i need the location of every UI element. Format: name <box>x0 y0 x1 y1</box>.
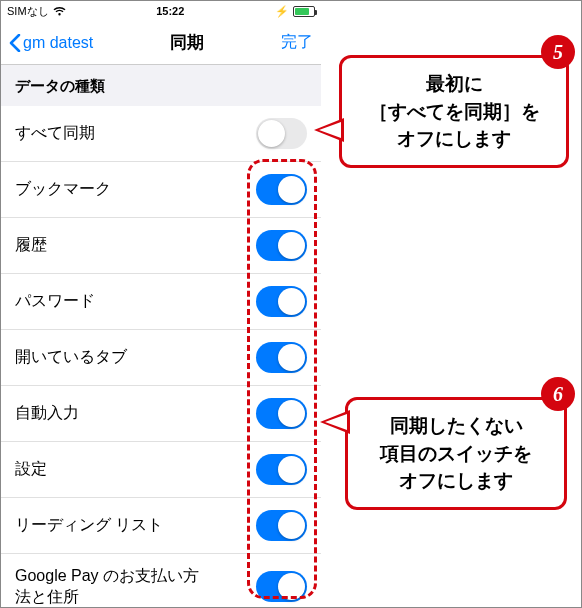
toggle-switch[interactable] <box>256 398 307 429</box>
settings-row: リーディング リスト <box>1 498 321 554</box>
row-label: 設定 <box>15 459 47 480</box>
carrier-label: SIMなし <box>7 4 49 19</box>
switch-knob <box>258 120 285 147</box>
settings-row: Google Pay のお支払い方法と住所 <box>1 554 321 608</box>
toggle-switch[interactable] <box>256 510 307 541</box>
settings-row: 履歴 <box>1 218 321 274</box>
battery-icon <box>293 6 315 17</box>
row-label: リーディング リスト <box>15 515 163 536</box>
switch-knob <box>278 573 305 600</box>
settings-row: ブックマーク <box>1 162 321 218</box>
nav-bar: gm datest 同期 完了 <box>1 21 321 65</box>
callout-5-text: 最初に［すべてを同期］をオフにします <box>369 73 540 149</box>
row-label: 履歴 <box>15 235 47 256</box>
row-label: Google Pay のお支払い方法と住所 <box>15 566 215 608</box>
settings-row: パスワード <box>1 274 321 330</box>
switch-knob <box>278 288 305 315</box>
settings-row: 設定 <box>1 442 321 498</box>
settings-list: すべて同期ブックマーク履歴パスワード開いているタブ自動入力設定リーディング リス… <box>1 106 321 608</box>
status-bar: SIMなし 15:22 ⚡ <box>1 1 321 21</box>
switch-knob <box>278 344 305 371</box>
phone-frame: SIMなし 15:22 ⚡ gm datest 同期 完了 データの種類 すべて… <box>1 1 321 607</box>
clock: 15:22 <box>156 5 184 17</box>
row-label: 開いているタブ <box>15 347 127 368</box>
done-button[interactable]: 完了 <box>281 32 313 53</box>
settings-row: 開いているタブ <box>1 330 321 386</box>
callout-6: 同期したくない項目のスイッチをオフにします <box>345 397 567 510</box>
switch-knob <box>278 232 305 259</box>
switch-knob <box>278 400 305 427</box>
switch-knob <box>278 176 305 203</box>
settings-row: すべて同期 <box>1 106 321 162</box>
toggle-switch[interactable] <box>256 454 307 485</box>
toggle-switch[interactable] <box>256 286 307 317</box>
back-label: gm datest <box>23 34 93 52</box>
toggle-switch[interactable] <box>256 230 307 261</box>
wifi-icon <box>53 6 66 16</box>
page-title: 同期 <box>170 31 204 54</box>
callout-6-badge: 6 <box>541 377 575 411</box>
callout-5-badge: 5 <box>541 35 575 69</box>
callout-6-arrow <box>320 410 350 434</box>
toggle-switch[interactable] <box>256 342 307 373</box>
switch-knob <box>278 456 305 483</box>
toggle-switch[interactable] <box>256 571 307 602</box>
callout-6-text: 同期したくない項目のスイッチをオフにします <box>380 415 532 491</box>
row-label: パスワード <box>15 291 95 312</box>
settings-row: 自動入力 <box>1 386 321 442</box>
toggle-switch[interactable] <box>256 174 307 205</box>
row-label: ブックマーク <box>15 179 111 200</box>
callout-5-arrow <box>314 118 344 142</box>
callout-5: 最初に［すべてを同期］をオフにします <box>339 55 569 168</box>
row-label: 自動入力 <box>15 403 79 424</box>
row-label: すべて同期 <box>15 123 95 144</box>
back-button[interactable]: gm datest <box>9 34 93 52</box>
chevron-left-icon <box>9 34 21 52</box>
switch-knob <box>278 512 305 539</box>
toggle-switch[interactable] <box>256 118 307 149</box>
charging-icon: ⚡ <box>275 5 289 18</box>
section-header: データの種類 <box>1 65 321 106</box>
